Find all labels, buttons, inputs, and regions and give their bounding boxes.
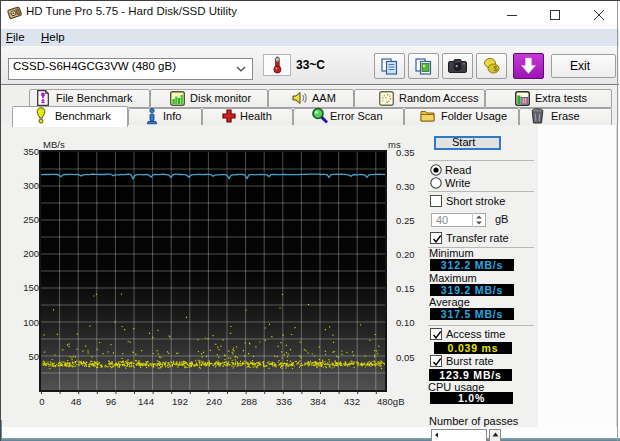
svg-text:$: $ xyxy=(494,65,498,72)
